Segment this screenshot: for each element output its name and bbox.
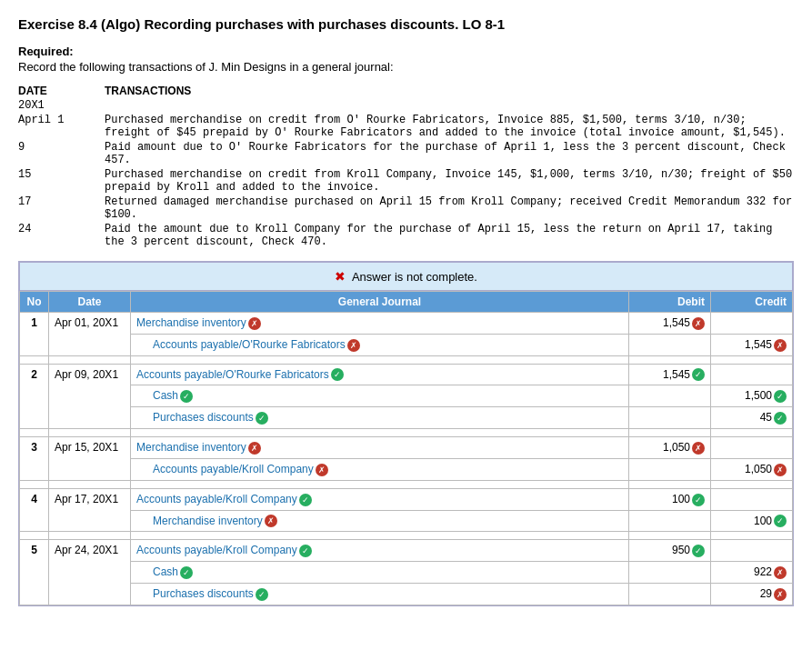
debit-cell[interactable]: [629, 407, 711, 429]
transaction-row: 9 Paid amount due to O' Rourke Fabricato…: [18, 141, 794, 166]
x-icon: ✗: [347, 339, 360, 352]
check-icon: ✓: [256, 588, 268, 601]
credit-cell[interactable]: 1,050✗: [711, 458, 793, 480]
journal-cell[interactable]: Accounts payable/Kroll Company✓: [131, 540, 629, 562]
trans-desc-cell: Purchased merchandise on credit from Kro…: [105, 168, 794, 194]
col-header-debit: Debit: [629, 292, 711, 313]
journal-cell[interactable]: Purchases discounts✓: [131, 584, 629, 605]
credit-cell[interactable]: [711, 437, 793, 459]
credit-cell[interactable]: [711, 488, 793, 510]
journal-cell[interactable]: Cash✓: [131, 385, 629, 407]
debit-cell[interactable]: [629, 385, 711, 407]
check-icon: ✓: [180, 566, 193, 579]
check-icon: ✓: [692, 494, 705, 506]
credit-cell[interactable]: 1,500✓: [711, 385, 793, 407]
journal-cell[interactable]: Merchandise inventory✗: [131, 313, 629, 335]
credit-cell[interactable]: 45✓: [711, 407, 793, 429]
journal-cell[interactable]: Cash✓: [131, 562, 629, 584]
x-icon: ✗: [774, 339, 787, 352]
table-row: 5Apr 24, 20X1Accounts payable/Kroll Comp…: [20, 540, 793, 562]
page-title: Exercise 8.4 (Algo) Recording purchases …: [18, 16, 794, 32]
check-icon: ✓: [299, 545, 312, 557]
table-row: Accounts payable/O'Rourke Fabricators✗1,…: [20, 334, 793, 355]
trans-date-cell: 15: [18, 168, 68, 181]
trans-desc-cell: Purchased merchandise on credit from O' …: [105, 114, 794, 139]
required-desc: Record the following transactions of J. …: [18, 60, 794, 74]
spacer-row: [20, 480, 793, 488]
trans-date-cell: 9: [18, 141, 68, 154]
trans-date-cell: 24: [18, 223, 68, 235]
credit-cell[interactable]: 922✗: [711, 562, 793, 584]
trans-desc-header: TRANSACTIONS: [105, 85, 191, 97]
x-icon: ✗: [774, 464, 787, 476]
trans-desc-cell: Paid amount due to O' Rourke Fabricators…: [105, 141, 794, 166]
transaction-row: 15 Purchased merchandise on credit from …: [18, 168, 794, 194]
debit-cell[interactable]: [629, 584, 711, 605]
check-icon: ✓: [180, 390, 193, 403]
journal-table: No Date General Journal Debit Credit 1Ap…: [19, 291, 793, 605]
credit-cell[interactable]: 1,545✗: [711, 334, 793, 355]
check-icon: ✓: [256, 412, 268, 425]
x-icon: ✗: [692, 317, 705, 330]
check-icon: ✓: [331, 368, 344, 381]
trans-desc-cell: Paid the amount due to Kroll Company for…: [105, 223, 794, 248]
trans-date-cell: 17: [18, 195, 68, 208]
trans-date-header: DATE: [18, 85, 68, 97]
credit-cell[interactable]: 29✗: [711, 584, 793, 605]
debit-cell[interactable]: 950✓: [629, 540, 711, 562]
table-row: Accounts payable/Kroll Company✗1,050✗: [20, 458, 793, 480]
journal-cell[interactable]: Purchases discounts✓: [131, 407, 629, 429]
journal-cell[interactable]: Merchandise inventory✗: [131, 437, 629, 459]
credit-cell[interactable]: [711, 313, 793, 335]
debit-cell[interactable]: 100✓: [629, 488, 711, 510]
table-row: Cash✓922✗: [20, 562, 793, 584]
x-icon: ✗: [316, 464, 328, 476]
check-icon: ✓: [692, 368, 705, 381]
journal-cell[interactable]: Accounts payable/O'Rourke Fabricators✓: [131, 364, 629, 385]
debit-cell[interactable]: [629, 334, 711, 355]
transaction-row: April 1 Purchased merchandise on credit …: [18, 114, 794, 139]
journal-cell[interactable]: Accounts payable/Kroll Company✗: [131, 458, 629, 480]
debit-cell[interactable]: 1,545✗: [629, 313, 711, 335]
debit-cell[interactable]: 1,545✓: [629, 364, 711, 385]
table-row: 4Apr 17, 20X1Accounts payable/Kroll Comp…: [20, 488, 793, 510]
table-row: 3Apr 15, 20X1Merchandise inventory✗1,050…: [20, 437, 793, 459]
credit-cell[interactable]: 100✓: [711, 510, 793, 532]
spacer-row: [20, 429, 793, 437]
trans-date-cell: April 1: [18, 114, 68, 126]
journal-cell[interactable]: Accounts payable/Kroll Company✓: [131, 488, 629, 510]
check-icon: ✓: [774, 390, 787, 403]
answer-banner: ✖ Answer is not complete.: [19, 262, 793, 291]
debit-cell[interactable]: [629, 510, 711, 532]
check-icon: ✓: [299, 494, 312, 506]
table-row: 1Apr 01, 20X1Merchandise inventory✗1,545…: [20, 313, 793, 335]
credit-cell[interactable]: [711, 364, 793, 385]
credit-cell[interactable]: [711, 540, 793, 562]
table-row: Cash✓1,500✓: [20, 385, 793, 407]
col-header-date: Date: [49, 292, 131, 313]
table-row: 2Apr 09, 20X1Accounts payable/O'Rourke F…: [20, 364, 793, 385]
x-icon: ✗: [248, 442, 261, 455]
debit-cell[interactable]: 1,050✗: [629, 437, 711, 459]
x-icon: ✗: [774, 566, 787, 579]
x-icon: ✗: [692, 442, 705, 455]
debit-cell[interactable]: [629, 458, 711, 480]
transaction-row: 17 Returned damaged merchandise purchase…: [18, 195, 794, 221]
x-icon: ✗: [265, 515, 277, 527]
debit-cell[interactable]: [629, 562, 711, 584]
trans-year: 20X1: [18, 99, 68, 112]
table-row: Purchases discounts✓29✗: [20, 584, 793, 605]
check-icon: ✓: [692, 545, 705, 557]
answer-x-icon: ✖: [335, 269, 346, 284]
journal-cell[interactable]: Merchandise inventory✗: [131, 510, 629, 532]
spacer-row: [20, 532, 793, 540]
col-header-journal: General Journal: [131, 292, 629, 313]
check-icon: ✓: [774, 515, 787, 527]
col-header-no: No: [20, 292, 49, 313]
table-row: Purchases discounts✓45✓: [20, 407, 793, 429]
check-icon: ✓: [774, 412, 787, 425]
journal-cell[interactable]: Accounts payable/O'Rourke Fabricators✗: [131, 334, 629, 355]
spacer-row: [20, 355, 793, 364]
x-icon: ✗: [774, 588, 787, 601]
table-row: Merchandise inventory✗100✓: [20, 510, 793, 532]
